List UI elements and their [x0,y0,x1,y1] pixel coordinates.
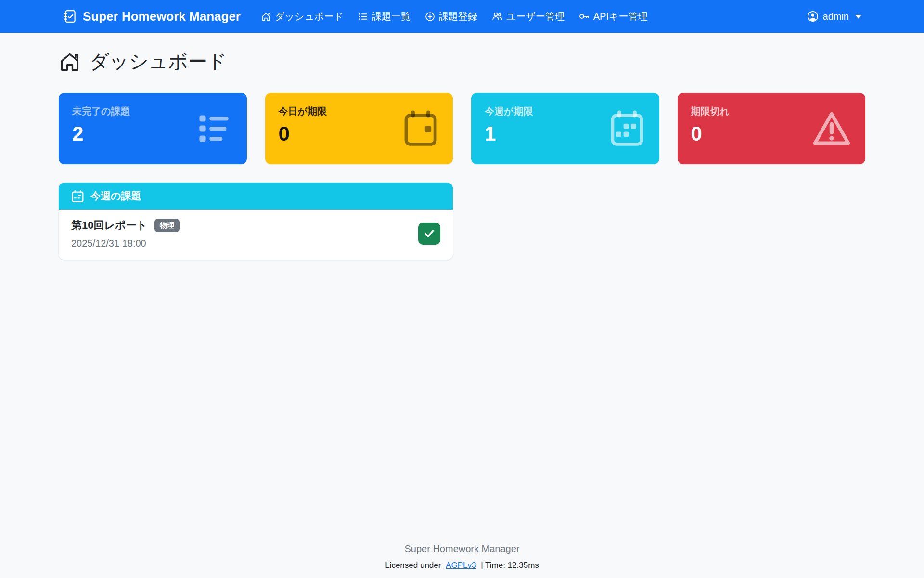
assignment-list-item: 第10回レポート 物理 2025/12/31 18:00 [59,210,453,260]
footer-license-line: Licensed under AGPLv3 | Time: 12.35ms [0,561,924,570]
navbar: Super Homework Manager ダッシュボード [0,0,924,33]
user-menu[interactable]: admin [807,11,861,22]
license-link[interactable]: AGPLv3 [446,561,476,570]
brand[interactable]: Super Homework Manager [63,9,241,24]
page: Super Homework Manager ダッシュボード [0,0,924,578]
assignment-info: 第10回レポート 物理 2025/12/31 18:00 [71,218,418,249]
footer-app-name: Super Homework Manager [0,543,924,554]
nav-item-label: ダッシュボード [275,10,344,23]
warning-triangle-icon [812,109,851,148]
nav-item-label: ユーザー管理 [506,10,565,23]
calendar-week-icon [609,109,645,148]
footer-time-text: | Time: 12.35ms [481,561,539,570]
subject-badge: 物理 [154,219,180,232]
nav-item-assignment-list[interactable]: 課題一覧 [358,10,411,23]
nav-item-dashboard[interactable]: ダッシュボード [261,10,344,23]
stat-card-due-today: 今日が期限 0 [265,93,453,164]
week-card-header: 今週の課題 [59,183,453,210]
page-title: ダッシュボード [59,48,865,75]
plus-circle-icon [425,12,435,22]
stat-cards: 未完了の課題 2 今日が期限 0 [59,93,865,164]
stat-card-due-this-week: 今週が期限 1 [471,93,659,164]
navbar-inner: Super Homework Manager ダッシュボード [59,9,865,24]
week-card-title: 今週の課題 [90,189,141,203]
nav-item-api-keys[interactable]: APIキー管理 [579,10,648,23]
people-icon [492,11,502,22]
assignment-title: 第10回レポート [71,218,147,233]
complete-assignment-button[interactable] [418,223,440,245]
key-icon [579,11,590,22]
nav-item-user-management[interactable]: ユーザー管理 [492,10,565,23]
nav-item-label: APIキー管理 [593,10,648,23]
list-task-icon [196,112,232,145]
house-icon [59,51,81,73]
nav-links: ダッシュボード 課題一覧 [261,10,647,23]
check-icon [423,227,436,240]
nav-item-assignment-register[interactable]: 課題登録 [425,10,477,23]
user-name: admin [823,11,849,22]
person-circle-icon [807,11,819,22]
house-icon [261,12,271,22]
journal-check-icon [63,9,77,24]
week-assignments-card: 今週の課題 第10回レポート 物理 2025/12/31 18:00 [59,183,453,260]
main-content: ダッシュボード 未完了の課題 2 今日 [59,33,865,532]
calendar-event-icon [403,109,438,148]
brand-title: Super Homework Manager [83,9,241,24]
page-title-text: ダッシュボード [90,48,227,75]
footer: Super Homework Manager Licensed under AG… [0,532,924,578]
stat-card-overdue: 期限切れ 0 [678,93,866,164]
nav-item-label: 課題一覧 [372,10,411,23]
list-icon [358,12,368,22]
stat-card-incomplete: 未完了の課題 2 [59,93,247,164]
caret-down-icon [855,14,861,19]
nav-item-label: 課題登録 [439,10,477,23]
calendar-week-icon [71,190,84,203]
footer-license-prefix: Licensed under [385,561,441,570]
assignment-due-date: 2025/12/31 18:00 [71,238,418,249]
